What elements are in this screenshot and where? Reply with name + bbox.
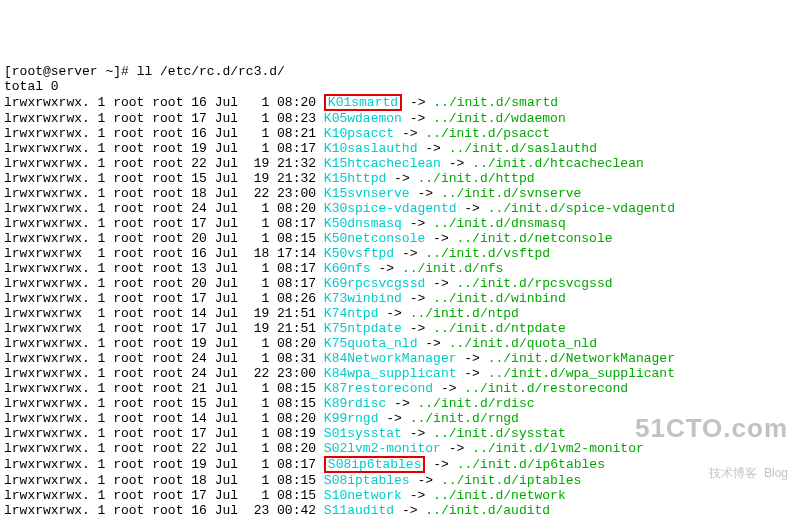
symlink-target: ../init.d/spice-vdagentd — [488, 201, 675, 216]
file-meta: lrwxrwxrwx. 1 root root 24 Jul 1 08:31 — [4, 351, 324, 366]
listing-row: lrwxrwxrwx. 1 root root 17 Jul 1 08:15 S… — [4, 488, 792, 503]
file-meta: lrwxrwxrwx. 1 root root 16 Jul 23 00:42 — [4, 503, 324, 514]
file-meta: lrwxrwxrwx. 1 root root 24 Jul 22 23:00 — [4, 366, 324, 381]
symlink-target: ../init.d/quota_nld — [449, 336, 597, 351]
arrow: -> — [402, 291, 433, 306]
symlink-name: K15httpd — [324, 171, 386, 186]
symlink-name: K50dnsmasq — [324, 216, 402, 231]
symlink-target: ../init.d/rdisc — [418, 396, 535, 411]
listing-row: lrwxrwxrwx 1 root root 14 Jul 19 21:51 K… — [4, 306, 792, 321]
file-meta: lrwxrwxrwx. 1 root root 17 Jul 1 08:17 — [4, 216, 324, 231]
arrow: -> — [456, 366, 487, 381]
file-meta: lrwxrwxrwx. 1 root root 24 Jul 1 08:20 — [4, 201, 324, 216]
file-meta: lrwxrwxrwx. 1 root root 18 Jul 22 23:00 — [4, 186, 324, 201]
arrow: -> — [402, 216, 433, 231]
arrow: -> — [402, 95, 433, 110]
listing-row: lrwxrwxrwx 1 root root 16 Jul 18 17:14 K… — [4, 246, 792, 261]
symlink-name: K89rdisc — [324, 396, 386, 411]
listing-row: lrwxrwxrwx. 1 root root 21 Jul 1 08:15 K… — [4, 381, 792, 396]
file-meta: lrwxrwxrwx. 1 root root 17 Jul 1 08:19 — [4, 426, 324, 441]
symlink-target: ../init.d/NetworkManager — [488, 351, 675, 366]
arrow: -> — [371, 261, 402, 276]
arrow: -> — [394, 246, 425, 261]
listing-row: lrwxrwxrwx. 1 root root 18 Jul 22 23:00 … — [4, 186, 792, 201]
symlink-name: K69rpcsvcgssd — [324, 276, 425, 291]
file-meta: lrwxrwxrwx. 1 root root 20 Jul 1 08:17 — [4, 276, 324, 291]
arrow: -> — [441, 156, 472, 171]
symlink-target: ../init.d/wdaemon — [433, 111, 566, 126]
file-meta: lrwxrwxrwx. 1 root root 19 Jul 1 08:17 — [4, 141, 324, 156]
arrow: -> — [386, 396, 417, 411]
symlink-target: ../init.d/iptables — [441, 473, 581, 488]
listing-row: lrwxrwxrwx. 1 root root 24 Jul 22 23:00 … — [4, 366, 792, 381]
symlink-target: ../init.d/netconsole — [457, 231, 613, 246]
file-meta: lrwxrwxrwx 1 root root 14 Jul 19 21:51 — [4, 306, 324, 321]
arrow: -> — [456, 201, 487, 216]
listing-row: lrwxrwxrwx. 1 root root 19 Jul 1 08:17 S… — [4, 456, 792, 473]
file-meta: lrwxrwxrwx 1 root root 16 Jul 18 17:14 — [4, 246, 324, 261]
symlink-target: ../init.d/nfs — [402, 261, 503, 276]
symlink-name: K75quota_nld — [324, 336, 418, 351]
arrow: -> — [417, 336, 448, 351]
symlink-target: ../init.d/ntpdate — [433, 321, 566, 336]
command-text: ll /etc/rc.d/rc3.d/ — [129, 64, 285, 79]
arrow: -> — [378, 411, 409, 426]
listing-row: lrwxrwxrwx. 1 root root 24 Jul 1 08:31 K… — [4, 351, 792, 366]
arrow: -> — [425, 457, 456, 472]
file-meta: lrwxrwxrwx. 1 root root 17 Jul 1 08:23 — [4, 111, 324, 126]
symlink-target: ../init.d/psacct — [425, 126, 550, 141]
listing-row: lrwxrwxrwx. 1 root root 19 Jul 1 08:20 K… — [4, 336, 792, 351]
file-meta: lrwxrwxrwx. 1 root root 15 Jul 19 21:32 — [4, 171, 324, 186]
arrow: -> — [402, 488, 433, 503]
symlink-name: K15svnserve — [324, 186, 410, 201]
listing-row: lrwxrwxrwx. 1 root root 17 Jul 1 08:17 K… — [4, 216, 792, 231]
arrow: -> — [425, 276, 456, 291]
arrow: -> — [394, 503, 425, 514]
listing-row: lrwxrwxrwx. 1 root root 16 Jul 23 00:42 … — [4, 503, 792, 514]
symlink-target: ../init.d/htcacheclean — [472, 156, 644, 171]
listing-row: lrwxrwxrwx. 1 root root 16 Jul 1 08:20 K… — [4, 94, 792, 111]
arrow: -> — [402, 321, 433, 336]
prompt-close: ]# — [113, 64, 129, 79]
symlink-name: K15htcacheclean — [324, 156, 441, 171]
listing-row: lrwxrwxrwx. 1 root root 24 Jul 1 08:20 K… — [4, 201, 792, 216]
symlink-target: ../init.d/ntpd — [410, 306, 519, 321]
symlink-target: ../init.d/vsftpd — [425, 246, 550, 261]
listing-row: lrwxrwxrwx 1 root root 17 Jul 19 21:51 K… — [4, 321, 792, 336]
terminal-output: [root@server ~]# ll /etc/rc.d/rc3.d/tota… — [4, 64, 792, 514]
symlink-name: K01smartd — [324, 94, 402, 111]
symlink-name: K30spice-vdagentd — [324, 201, 457, 216]
symlink-target: ../init.d/svnserve — [441, 186, 581, 201]
symlink-name: S10network — [324, 488, 402, 503]
file-meta: lrwxrwxrwx. 1 root root 16 Jul 1 08:20 — [4, 95, 324, 110]
file-meta: lrwxrwxrwx. 1 root root 17 Jul 1 08:26 — [4, 291, 324, 306]
file-meta: lrwxrwxrwx. 1 root root 21 Jul 1 08:15 — [4, 381, 324, 396]
symlink-name: K75ntpdate — [324, 321, 402, 336]
symlink-name: S08ip6tables — [324, 456, 426, 473]
file-meta: lrwxrwxrwx. 1 root root 17 Jul 1 08:15 — [4, 488, 324, 503]
arrow: -> — [456, 351, 487, 366]
symlink-target: ../init.d/ip6tables — [457, 457, 605, 472]
arrow: -> — [394, 126, 425, 141]
listing-row: lrwxrwxrwx. 1 root root 16 Jul 1 08:21 K… — [4, 126, 792, 141]
file-meta: lrwxrwxrwx. 1 root root 18 Jul 1 08:15 — [4, 473, 324, 488]
arrow: -> — [417, 141, 448, 156]
file-meta: lrwxrwxrwx. 1 root root 15 Jul 1 08:15 — [4, 396, 324, 411]
listing-row: lrwxrwxrwx. 1 root root 15 Jul 1 08:15 K… — [4, 396, 792, 411]
file-meta: lrwxrwxrwx. 1 root root 20 Jul 1 08:15 — [4, 231, 324, 246]
symlink-target: ../init.d/smartd — [433, 95, 558, 110]
file-meta: lrwxrwxrwx. 1 root root 14 Jul 1 08:20 — [4, 411, 324, 426]
listing-row: lrwxrwxrwx. 1 root root 18 Jul 1 08:15 S… — [4, 473, 792, 488]
file-meta: lrwxrwxrwx. 1 root root 19 Jul 1 08:17 — [4, 457, 324, 472]
symlink-target: ../init.d/network — [433, 488, 566, 503]
listing-row: lrwxrwxrwx. 1 root root 14 Jul 1 08:20 K… — [4, 411, 792, 426]
symlink-name: S01sysstat — [324, 426, 402, 441]
listing-row: lrwxrwxrwx. 1 root root 17 Jul 1 08:19 S… — [4, 426, 792, 441]
symlink-name: K05wdaemon — [324, 111, 402, 126]
prompt-userhost: root@server ~ — [12, 64, 113, 79]
listing-row: lrwxrwxrwx. 1 root root 17 Jul 1 08:26 K… — [4, 291, 792, 306]
symlink-name: K74ntpd — [324, 306, 379, 321]
symlink-target: ../init.d/sysstat — [433, 426, 566, 441]
symlink-name: S02lvm2-monitor — [324, 441, 441, 456]
symlink-name: K99rngd — [324, 411, 379, 426]
